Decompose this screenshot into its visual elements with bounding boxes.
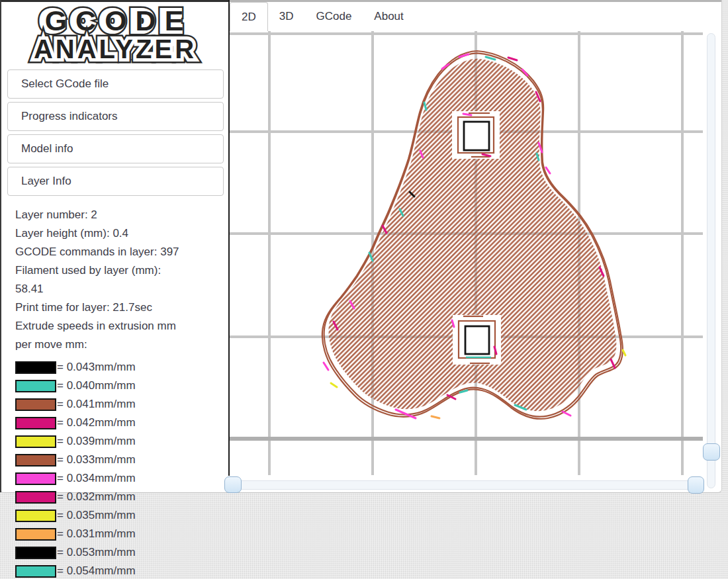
legend-label: = 0.034mm/mm (57, 472, 136, 485)
legend-row: = 0.054mm/mm (15, 562, 229, 579)
legend-row: = 0.040mm/mm (15, 377, 229, 395)
tab-bar: 2D3DGCodeAbout (230, 2, 721, 32)
legend-color-swatch (15, 435, 56, 448)
layer-info-line: GCODE commands in layer: 397 (15, 243, 229, 261)
legend-color-swatch (15, 491, 56, 504)
layer-info-line: Layer number: 2 (15, 206, 229, 224)
legend-color-swatch (15, 528, 56, 541)
layer-info-panel: Layer number: 2Layer height (mm): 0.4GCO… (1, 199, 229, 358)
legend-label: = 0.042mm/mm (57, 416, 136, 429)
tab-3d[interactable]: 3D (268, 2, 305, 31)
legend-color-swatch (15, 565, 56, 578)
logo-line-1: GCODE GCODE GCODE (1, 6, 229, 36)
sidebar: GCODE GCODE GCODE ANALYZER ANALYZER ANAL… (1, 2, 229, 579)
layer-2d-drawing[interactable] (230, 31, 721, 475)
layer-info-line: Extrude speeds in extrusion mm (15, 317, 229, 335)
layer-info-line: Layer height (mm): 0.4 (15, 224, 229, 243)
legend-color-swatch (15, 472, 56, 485)
legend-label: = 0.053mm/mm (57, 546, 136, 559)
legend-label: = 0.039mm/mm (57, 435, 136, 448)
legend-row: = 0.035mm/mm (15, 506, 229, 525)
menu-item-select-gcode-file[interactable]: Select GCode file (7, 69, 224, 99)
legend-label: = 0.033mm/mm (57, 453, 136, 467)
legend-label: = 0.031mm/mm (57, 527, 136, 541)
legend-color-swatch (15, 417, 56, 429)
legend-label: = 0.040mm/mm (57, 379, 136, 392)
speed-legend: = 0.043mm/mm= 0.040mm/mm= 0.041mm/mm= 0.… (1, 358, 229, 579)
legend-color-swatch (15, 510, 56, 522)
legend-row: = 0.041mm/mm (15, 395, 229, 414)
legend-label: = 0.032mm/mm (57, 490, 136, 504)
tab-about[interactable]: About (363, 2, 414, 31)
legend-row: = 0.034mm/mm (15, 469, 229, 488)
legend-color-swatch (15, 547, 56, 559)
legend-label: = 0.041mm/mm (57, 398, 136, 411)
legend-row: = 0.032mm/mm (15, 488, 229, 506)
layer-info-line: 58.41 (15, 280, 229, 298)
horizontal-slider-right-handle[interactable] (688, 476, 704, 494)
tab-gcode[interactable]: GCode (304, 2, 363, 31)
legend-row: = 0.042mm/mm (15, 414, 229, 432)
sidebar-menu: Select GCode fileProgress indicatorsMode… (7, 69, 224, 196)
vertical-slider-handle[interactable] (703, 443, 720, 461)
legend-color-swatch (15, 398, 56, 411)
legend-label: = 0.035mm/mm (57, 509, 136, 522)
layer-info-line: Filament used by layer (mm): (15, 261, 229, 280)
vertical-scroll-track[interactable] (707, 33, 715, 488)
legend-row: = 0.043mm/mm (15, 358, 229, 377)
legend-color-swatch (15, 380, 56, 392)
horizontal-slider-left-handle[interactable] (224, 476, 242, 493)
legend-row: = 0.031mm/mm (15, 525, 229, 543)
menu-item-layer-info[interactable]: Layer Info (7, 167, 224, 196)
legend-label: = 0.054mm/mm (57, 564, 136, 578)
legend-row: = 0.039mm/mm (15, 432, 229, 451)
legend-row: = 0.033mm/mm (15, 451, 229, 469)
layer-info-line: Print time for layer: 21.7sec (15, 298, 229, 317)
horizontal-scroll-track[interactable] (230, 480, 702, 490)
tab-2d[interactable]: 2D (230, 2, 268, 32)
legend-label: = 0.043mm/mm (57, 361, 136, 374)
menu-item-progress-indicators[interactable]: Progress indicators (7, 102, 224, 131)
layer-2d-canvas[interactable] (230, 31, 721, 475)
logo-line-2: ANALYZER ANALYZER ANALYZER (1, 36, 229, 64)
menu-item-model-info[interactable]: Model info (7, 134, 224, 163)
app-logo: GCODE GCODE GCODE ANALYZER ANALYZER ANAL… (1, 6, 229, 63)
layer-info-line: per move mm: (15, 335, 229, 354)
legend-color-swatch (15, 361, 56, 374)
legend-row: = 0.053mm/mm (15, 543, 229, 562)
legend-color-swatch (15, 454, 56, 467)
